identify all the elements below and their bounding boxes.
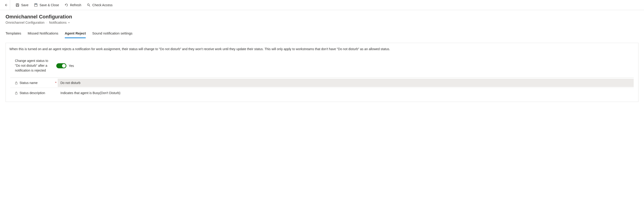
refresh-label: Refresh [70,3,81,7]
toggle-row: Change agent status to "Do not disturb" … [10,56,634,78]
chevron-down-icon [68,21,70,24]
svg-point-5 [87,4,89,6]
toggle-wrapper: Yes [56,63,74,68]
svg-rect-3 [34,4,37,7]
status-description-label: Status description [20,91,45,95]
required-indicator: * [54,81,58,85]
field-label-status-description: Status description [10,91,54,95]
page-title: Omnichannel Configuration [6,14,638,20]
check-access-label: Check Access [92,3,112,7]
breadcrumb-separator: · [46,21,47,24]
refresh-icon [64,3,68,7]
svg-rect-2 [16,5,18,7]
field-row-status-description: Status description Indicates that agent … [10,88,634,98]
svg-rect-7 [16,93,17,94]
breadcrumb: Omnichannel Configuration · Notification… [6,21,638,24]
breadcrumb-form-label: Notifications [49,21,67,24]
lock-icon [15,81,18,84]
save-label: Save [21,3,28,7]
save-close-label: Save & Close [40,3,59,7]
status-name-value: Do not disturb [58,79,634,87]
save-close-button[interactable]: Save & Close [31,0,62,10]
svg-rect-1 [17,4,18,5]
toggle-thumb [62,64,66,68]
check-access-button[interactable]: Check Access [84,0,115,10]
breadcrumb-form-selector[interactable]: Notifications [49,21,70,24]
save-icon [16,3,19,7]
dnd-toggle[interactable] [56,63,66,68]
tab-sound-notification-settings[interactable]: Sound notification settings [92,30,132,38]
status-description-value: Indicates that agent is Busy(Don't Distu… [58,89,634,97]
toggle-value-label: Yes [69,64,74,68]
refresh-button[interactable]: Refresh [62,0,84,10]
tab-templates[interactable]: Templates [6,30,21,38]
save-close-icon [34,3,38,7]
form-panel: When this is turned on and an agent reje… [6,43,638,102]
fields-section: Status name * Do not disturb Status desc… [10,78,634,98]
panel-description: When this is turned on and an agent reje… [10,47,634,52]
field-label-status-name: Status name [10,81,54,85]
back-arrow-icon [4,3,8,7]
lock-icon [15,91,18,95]
field-row-status-name: Status name * Do not disturb [10,78,634,88]
svg-rect-6 [16,83,17,84]
back-button[interactable] [2,0,10,10]
tab-missed-notifications[interactable]: Missed Notifications [28,30,58,38]
check-access-icon [87,3,90,7]
command-bar: Save Save & Close Refresh Check Access [0,0,644,10]
tabs: Templates Missed Notifications Agent Rej… [6,30,638,38]
toggle-label: Change agent status to "Do not disturb" … [15,58,52,73]
content-area: Omnichannel Configuration Omnichannel Co… [0,10,644,106]
breadcrumb-entity: Omnichannel Configuration [6,21,44,24]
status-name-label: Status name [20,81,38,85]
save-button[interactable]: Save [13,0,31,10]
tab-agent-reject[interactable]: Agent Reject [65,30,86,38]
